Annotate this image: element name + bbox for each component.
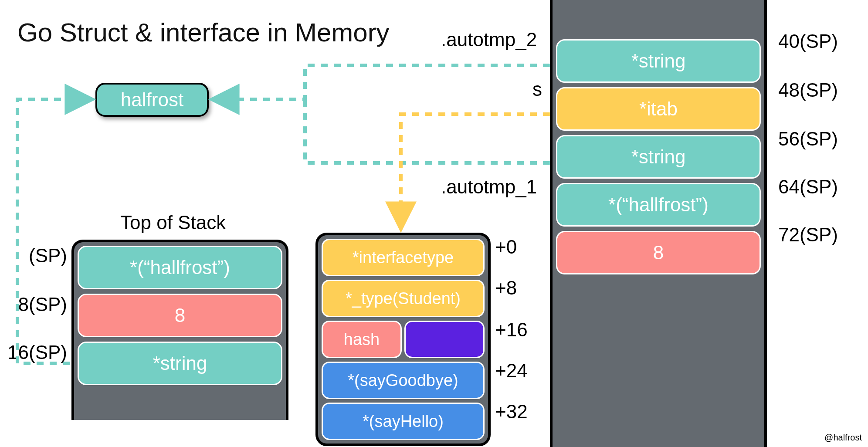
- right-sp-56: 56(SP): [778, 128, 838, 150]
- itab-saygoodbye: *(sayGoodbye): [322, 362, 485, 399]
- left-label-16sp: 16(SP): [2, 342, 67, 363]
- arrow-string40-to-halfrost: [214, 65, 550, 99]
- left-cell-8: 8: [78, 294, 282, 337]
- diagram-title: Go Struct & interface in Memory: [17, 17, 390, 47]
- itab-offset-16: +16: [495, 319, 528, 341]
- itab-offset-24: +24: [495, 360, 528, 382]
- right-cell-string1: *string: [556, 39, 761, 83]
- left-stack: *(“hallfrost”) 8 *string: [71, 240, 288, 420]
- halfrost-box: halfrost: [95, 83, 209, 117]
- right-label-autotmp2: .autotmp_2: [441, 29, 537, 51]
- right-cell-8: 8: [556, 231, 761, 274]
- right-cell-itab: *itab: [556, 87, 761, 131]
- arrow-itab-to-itabbox: [401, 114, 550, 227]
- right-sp-64: 64(SP): [778, 176, 838, 198]
- right-label-autotmp1: .autotmp_1: [441, 176, 537, 198]
- itab-hash: hash: [322, 321, 402, 358]
- right-cell-string2: *string: [556, 135, 761, 179]
- left-label-8sp: 8(SP): [10, 294, 67, 315]
- itab-interfacetype: *interfacetype: [322, 239, 485, 276]
- right-label-s: s: [532, 78, 542, 100]
- left-stack-header: Top of Stack: [120, 212, 226, 234]
- itab-offset-32: +32: [495, 401, 528, 423]
- left-cell-string: *string: [78, 342, 282, 385]
- itab-offset-0: +0: [495, 236, 517, 258]
- right-stack: *string *itab *string *(“hallfrost”) 8: [550, 0, 767, 447]
- left-cell-halfrost: *(“hallfrost”): [78, 246, 282, 289]
- right-sp-40: 40(SP): [778, 30, 838, 52]
- itab-padding: [404, 321, 485, 358]
- left-label-sp: (SP): [25, 245, 67, 267]
- watermark: @halfrost: [824, 433, 862, 443]
- itab-sayhello: *(sayHello): [322, 403, 485, 440]
- right-sp-72: 72(SP): [778, 224, 838, 246]
- itab-box: *interfacetype *_type(Student) hash *(sa…: [315, 233, 491, 446]
- itab-offset-8: +8: [495, 277, 517, 299]
- arrow-string56-to-halfrost: [305, 99, 550, 163]
- right-cell-halfrost: *(“hallfrost”): [556, 183, 761, 227]
- itab-type-student: *_type(Student): [322, 280, 485, 317]
- right-sp-48: 48(SP): [778, 79, 838, 101]
